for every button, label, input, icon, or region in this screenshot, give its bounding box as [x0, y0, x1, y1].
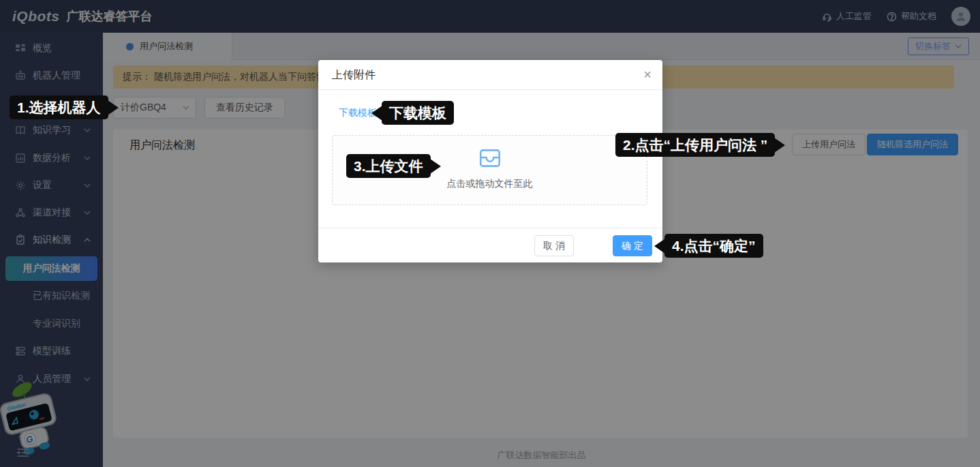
upload-inbox-icon	[477, 145, 503, 171]
annotation-step2: 2.点击“上传用户问法 ”	[615, 133, 775, 157]
annotation-step1: 1.选择机器人	[10, 95, 108, 119]
callout-arrow-left	[654, 239, 665, 254]
annotation-step3-text: 3.上传文件	[354, 158, 423, 174]
app-root: iQbots 广联达睿答平台 人工监管 帮助文档	[0, 0, 980, 467]
confirm-button[interactable]: 确 定	[613, 235, 652, 256]
callout-arrow-right	[774, 138, 785, 153]
close-icon[interactable]: ×	[643, 67, 652, 82]
annotation-download-template: 下载模板	[382, 101, 454, 125]
cancel-button[interactable]: 取 消	[534, 235, 574, 256]
annotation-download-text: 下载模板	[389, 105, 446, 121]
annotation-step4-text: 4.点击“确定”	[672, 238, 756, 254]
callout-arrow-right	[108, 100, 119, 115]
modal-footer: 取 消 确 定	[318, 228, 662, 262]
annotation-step2-text: 2.点击“上传用户问法 ”	[623, 137, 767, 153]
modal-title: 上传附件	[318, 60, 662, 90]
callout-arrow-right	[430, 159, 441, 174]
callout-arrow-left	[371, 106, 382, 121]
annotation-step4: 4.点击“确定”	[664, 234, 763, 258]
annotation-step3: 3.上传文件	[346, 154, 431, 178]
annotation-step1-text: 1.选择机器人	[17, 100, 101, 115]
dropzone-hint: 点击或拖动文件至此	[333, 178, 647, 190]
